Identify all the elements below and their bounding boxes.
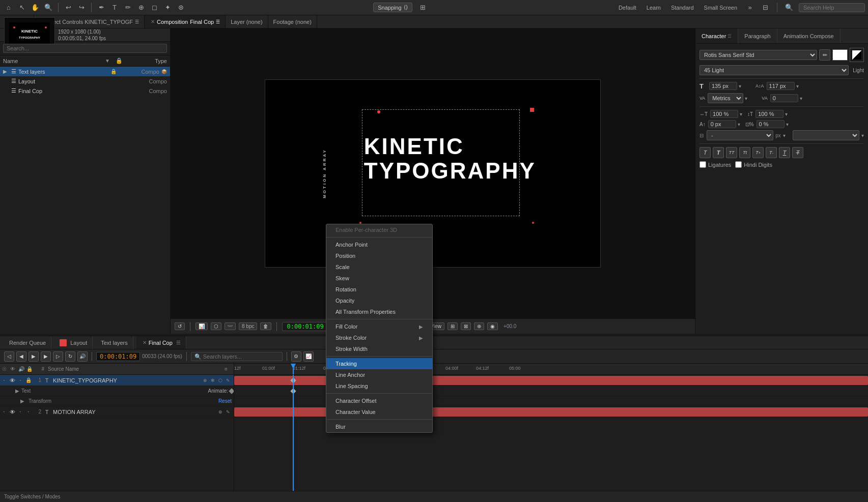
- graph-btn[interactable]: 📊: [195, 322, 208, 330]
- layer-2-solo[interactable]: ·: [0, 409, 8, 415]
- vert-scale-arrow[interactable]: ▾: [785, 111, 788, 117]
- tab-paragraph[interactable]: Paragraph: [738, 28, 777, 43]
- sort-icon[interactable]: ▼: [105, 58, 110, 64]
- ligatures-checkbox[interactable]: Ligatures: [699, 161, 731, 168]
- ctx-skew[interactable]: Skew: [326, 273, 432, 284]
- clone-tool[interactable]: ⊕: [135, 2, 147, 13]
- vert-scale-input[interactable]: [755, 110, 783, 118]
- motion-path-btn[interactable]: 〰: [225, 322, 236, 330]
- font-swatch[interactable]: [850, 48, 864, 62]
- loop-btn[interactable]: ↻: [65, 351, 75, 362]
- layer-1-lock[interactable]: 🔒: [24, 377, 33, 383]
- subscript-btn[interactable]: T-: [766, 147, 777, 158]
- transform-expand-icon[interactable]: ▶: [20, 398, 24, 404]
- brush-tool[interactable]: ✏: [122, 2, 133, 13]
- project-item-text-layers[interactable]: ▶ ☰ Text layers 🔒 Compo 📦: [0, 67, 170, 76]
- text-expand-icon[interactable]: ▶: [15, 388, 19, 394]
- italic-btn[interactable]: T: [699, 147, 711, 158]
- layer-1-transform-sub[interactable]: ▶ Transform Reset: [0, 396, 234, 406]
- ctx-opacity[interactable]: Opacity: [326, 295, 432, 306]
- reset-link[interactable]: Reset: [218, 398, 232, 404]
- toggle-switches-label[interactable]: Toggle Switches / Modes: [4, 494, 61, 499]
- audio-btn[interactable]: 🔊: [77, 351, 88, 362]
- roto-tool[interactable]: ✦: [162, 2, 173, 13]
- tl-tab-layout[interactable]: Layout: [54, 336, 93, 349]
- reset-button[interactable]: ↺: [175, 322, 185, 330]
- home-icon[interactable]: ⌂: [3, 2, 14, 13]
- indent2-arrow[interactable]: ▾: [861, 133, 864, 138]
- horiz-scale-arrow[interactable]: ▾: [740, 111, 742, 117]
- snapping-button[interactable]: Snapping ⟨⟩: [373, 3, 412, 12]
- ctx-rotation[interactable]: Rotation: [326, 284, 432, 295]
- smallcaps-btn[interactable]: Tt: [739, 147, 750, 158]
- comp-tab-close[interactable]: ✕: [151, 19, 155, 24]
- hand-tool[interactable]: ✋: [30, 2, 41, 13]
- tab-composition[interactable]: ✕ Composition Final Cop ☰: [145, 15, 226, 28]
- redo-tool[interactable]: ↪: [76, 2, 87, 13]
- ctx-all-transform[interactable]: All Transform Properties: [326, 306, 432, 317]
- font-pencil-btn[interactable]: ✏: [819, 49, 830, 61]
- tab-character[interactable]: Character ☰: [695, 28, 738, 43]
- ctx-stroke-color[interactable]: Stroke Color ▶: [326, 332, 432, 343]
- leading-arrow[interactable]: ▾: [796, 83, 799, 89]
- ctx-tracking[interactable]: Tracking: [326, 358, 432, 369]
- small-screen-nav[interactable]: Small Screen: [701, 4, 740, 12]
- timeline-search[interactable]: [191, 352, 283, 361]
- indent-select2[interactable]: [793, 130, 859, 140]
- font-size-arrow[interactable]: ▾: [739, 83, 741, 89]
- search-input[interactable]: [799, 3, 865, 12]
- frame-back-btn[interactable]: ◀: [16, 351, 26, 362]
- timecode-display[interactable]: 0:00:01:09: [282, 322, 328, 331]
- undo-tool[interactable]: ↩: [63, 2, 74, 13]
- align-icon[interactable]: ⊞: [417, 2, 429, 13]
- baseline-input[interactable]: [708, 120, 736, 128]
- font-size-input[interactable]: [709, 82, 737, 90]
- kerning-select[interactable]: Metrics: [708, 93, 743, 103]
- ctx-char-value[interactable]: Character Value: [326, 406, 432, 418]
- underline-btn[interactable]: T: [779, 147, 790, 158]
- l1-ic3[interactable]: ⬡: [217, 378, 224, 383]
- tracking-arrow[interactable]: ▾: [800, 96, 802, 101]
- search-icon[interactable]: 🔍: [783, 2, 795, 13]
- tab-layer[interactable]: Layer (none): [226, 15, 268, 28]
- layer-1-solo[interactable]: ·: [0, 377, 8, 383]
- project-search-input[interactable]: [3, 44, 167, 53]
- frame-fwd-btn[interactable]: ▶: [41, 351, 51, 362]
- indent-arrow[interactable]: ▾: [783, 133, 786, 138]
- select-tool[interactable]: ↖: [16, 2, 27, 13]
- strikethrough-btn[interactable]: T: [792, 147, 803, 158]
- layer-1-audio[interactable]: ·: [16, 377, 24, 383]
- project-item-final-cop[interactable]: ☰ Final Cop Compo: [0, 86, 170, 96]
- render-btn[interactable]: ◉: [487, 322, 498, 330]
- text-tool[interactable]: T: [109, 2, 120, 13]
- bpc-display[interactable]: 8 bpc: [239, 322, 257, 330]
- pen-tool[interactable]: ✒: [96, 2, 107, 13]
- grid-btn[interactable]: ⊠: [461, 322, 471, 330]
- ligatures-check-input[interactable]: [699, 161, 706, 168]
- animate-button[interactable]: Animate:: [208, 388, 234, 394]
- l1-ic1[interactable]: ⊕: [202, 378, 209, 383]
- hindi-check-input[interactable]: [735, 161, 742, 168]
- baseline-arrow[interactable]: ▾: [738, 122, 740, 127]
- layer-row-2[interactable]: · 👁 · · 2 T MOTION ARRAY ⊕ ✎: [0, 406, 234, 418]
- layer-row-1[interactable]: · 👁 · 🔒 1 T KINETIC_TYPOGRAPHY ⊕ ✻ ⬡ ✎: [0, 375, 234, 386]
- default-nav[interactable]: Default: [615, 4, 639, 12]
- ctx-line-spacing[interactable]: Line Spacing: [326, 380, 432, 392]
- tl-graph-btn[interactable]: 📈: [303, 351, 314, 362]
- hindi-digits-checkbox[interactable]: Hindi Digits: [735, 161, 772, 168]
- font-color-box[interactable]: [832, 49, 848, 61]
- indent-select[interactable]: -: [707, 130, 773, 140]
- l1-ic4[interactable]: ✎: [225, 378, 232, 383]
- font-style-select[interactable]: 45 Light: [699, 65, 849, 75]
- ctx-scale[interactable]: Scale: [326, 261, 432, 273]
- puppet-tool[interactable]: ⊛: [175, 2, 186, 13]
- tl-tab-final-cop[interactable]: ✕ Final Cop ☰: [136, 336, 186, 349]
- final-tab-close[interactable]: ✕: [143, 340, 147, 345]
- font-select[interactable]: Rotis Sans Serif Std: [699, 50, 817, 60]
- ctx-enable-3d[interactable]: Enable Per-character 3D: [326, 224, 432, 235]
- tl-tab-text-layers[interactable]: Text layers: [96, 336, 133, 349]
- overflow-icon[interactable]: »: [744, 2, 755, 13]
- horiz-scale-input[interactable]: [710, 110, 738, 118]
- leading-input[interactable]: [767, 82, 795, 90]
- tl-timecode[interactable]: 0:00:01:09: [96, 352, 140, 361]
